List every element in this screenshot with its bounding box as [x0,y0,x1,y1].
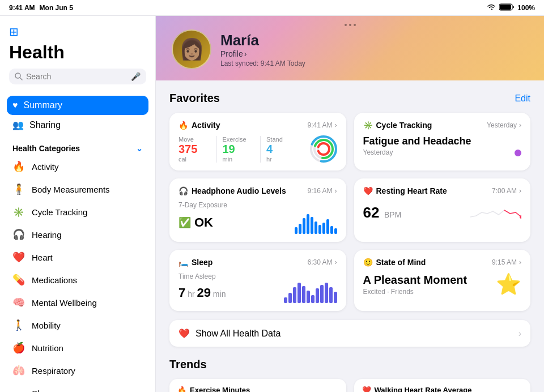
heart-rate-card-time: 7:00 AM › [492,187,521,195]
sleep-icon: 🛏️ [12,387,25,392]
sidebar-header: ⊞ Health 🎤 [0,25,155,91]
status-right: 100% [487,3,535,12]
sidebar-item-mobility[interactable]: 🚶 Mobility [0,314,155,336]
heart-rate-sparkline [470,201,521,221]
sidebar-item-nutrition[interactable]: 🍎 Nutrition [0,336,155,359]
trend-exercise-minutes[interactable]: 🔥 Exercise Minutes [169,379,346,392]
exercise-stat: Exercise 19 min [223,136,261,163]
sidebar-item-cycle-tracking[interactable]: ✳️ Cycle Tracking [0,201,155,223]
sleep-card[interactable]: 🛏️ Sleep 6:30 AM › Time Asleep 7 hr 29 m… [169,250,346,311]
audio-bar [314,221,317,234]
respiratory-label: Respiratory [32,366,75,376]
trend-walking-heart-rate[interactable]: ❤️ Walking Heart Rate Average [354,379,531,392]
sidebar-item-mental-wellbeing[interactable]: 🧠 Mental Wellbeing [0,291,155,314]
activity-icon: 🔥 [12,160,25,173]
sidebar-item-heart[interactable]: ❤️ Heart [0,246,155,269]
sidebar-item-hearing[interactable]: 🎧 Hearing [0,223,155,246]
edit-button[interactable]: Edit [515,93,530,104]
heart-icon: ❤️ [12,251,25,263]
chevron-right-icon: › [335,121,337,129]
trends-header: Trends [169,358,530,371]
headphone-card-time: 9:16 AM › [307,187,337,195]
activity-card-content: Move 375 cal Exercise 19 min Stand [178,135,337,163]
sleep-bar [320,285,324,303]
state-of-mind-card[interactable]: 🙂 State of Mind 9:15 AM › A Pleasant Mom… [354,250,531,311]
bpm-value: 62 [363,204,380,221]
cycle-tracking-label: Cycle Tracking [32,207,87,217]
battery-percent: 100% [517,4,535,12]
status-bar: 9:41 AM Mon Jun 5 100% [0,0,544,16]
svg-point-9 [318,143,329,155]
sidebar-item-activity[interactable]: 🔥 Activity [0,155,155,178]
svg-line-3 [20,78,22,80]
stand-stat: Stand 4 hr [266,136,304,163]
audio-bar [295,227,298,234]
sleep-card-time: 6:30 AM › [307,258,337,266]
audio-bar [307,214,309,234]
headphone-audio-card[interactable]: 🎧 Headphone Audio Levels 9:16 AM › 7-Day… [169,178,346,242]
profile-link[interactable]: Profile › [220,49,305,58]
nav-label-sharing: Sharing [29,120,61,130]
main-content: 👩🏽 María Profile › Last synced: 9:41 AM … [156,16,544,392]
show-all-row[interactable]: ❤️ Show All Health Data › [169,320,530,347]
chevron-right-icon: › [519,121,521,129]
nav-item-summary[interactable]: ♥ Summary [7,96,148,115]
audio-bar [330,226,333,234]
activity-card-time: 9:41 AM › [307,121,337,129]
trend-walking-icon: ❤️ [362,386,371,392]
sleep-label: Sleep [32,389,53,393]
mind-sub-text: Excited · Friends [363,288,468,296]
hearing-label: Hearing [32,230,62,240]
audio-bar [322,223,325,234]
activity-card-title: 🔥 Activity [178,121,220,130]
app-container: ⊞ Health 🎤 ♥ Summary 👥 Sharing [0,16,544,392]
show-all-chevron: › [518,329,521,339]
cycle-tracking-card[interactable]: ✳️ Cycle Tracking Yesterday › Fatigue an… [354,113,531,171]
trends-row: 🔥 Exercise Minutes ❤️ Walking Heart Rate… [169,379,530,392]
sleep-bar [325,283,328,303]
trend-walking-title: ❤️ Walking Heart Rate Average [362,386,523,392]
mental-wellbeing-label: Mental Wellbeing [32,298,97,308]
favorites-header: Favorites Edit [169,92,530,105]
sidebar-item-medications[interactable]: 💊 Medications [0,269,155,291]
profile-info: María Profile › Last synced: 9:41 AM Tod… [220,32,305,67]
sleep-bar [316,288,319,303]
sidebar-panel-icon[interactable]: ⊞ [9,25,19,39]
chevron-right-icon: › [244,49,247,58]
sidebar-item-sleep[interactable]: 🛏️ Sleep [0,382,155,392]
sidebar-nav: ♥ Summary 👥 Sharing [0,91,155,139]
check-icon: ✅ [178,216,191,229]
mind-card-title: 🙂 State of Mind [363,258,426,267]
favorites-grid: 🔥 Activity 9:41 AM › Move 375 [169,113,530,311]
status-left: 9:41 AM Mon Jun 5 [9,4,73,12]
activity-card-header: 🔥 Activity 9:41 AM › [178,121,337,130]
chevron-right-icon: › [519,258,521,266]
favorites-title: Favorites [169,92,220,105]
medications-label: Medications [32,275,77,285]
nutrition-icon: 🍎 [12,342,25,354]
mental-wellbeing-icon: 🧠 [12,296,25,309]
search-bar[interactable]: 🎤 [9,69,146,84]
mobility-label: Mobility [32,321,61,330]
sleep-bar [288,293,292,303]
sleep-bar [329,287,333,303]
nutrition-label: Nutrition [32,343,63,353]
headphone-card-icon: 🎧 [178,186,188,195]
headphone-card-header: 🎧 Headphone Audio Levels 9:16 AM › [178,186,337,195]
avatar[interactable]: 👩🏽 [172,29,211,69]
headphone-card-body: ✅ OK [178,211,337,234]
heart-rate-card[interactable]: ❤️ Resting Heart Rate 7:00 AM › 62 BPM [354,178,531,242]
nav-item-sharing[interactable]: 👥 Sharing [7,115,148,135]
mic-icon[interactable]: 🎤 [131,72,141,81]
show-all-label: Show All Health Data [196,329,513,339]
hearing-icon: 🎧 [12,228,25,241]
sidebar-item-body-measurements[interactable]: 🧍 Body Measurements [0,178,155,201]
sidebar-item-respiratory[interactable]: 🫁 Respiratory [0,359,155,382]
nav-label-summary: Summary [24,100,62,110]
health-categories-header[interactable]: Health Categories ⌄ [0,139,155,155]
svg-rect-1 [500,5,511,10]
ok-text: OK [194,215,213,230]
activity-card[interactable]: 🔥 Activity 9:41 AM › Move 375 [169,113,346,171]
sleep-bar [311,295,314,303]
search-input[interactable] [26,72,128,81]
